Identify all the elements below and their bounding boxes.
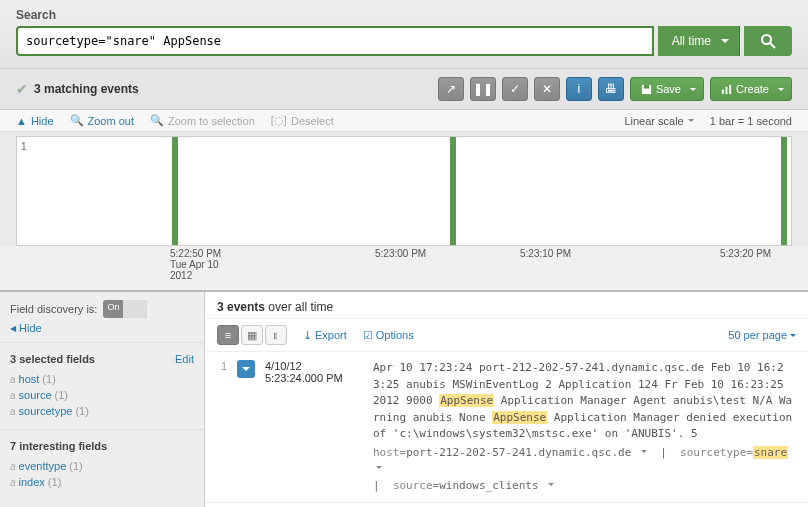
search-icon [760,33,776,49]
zoom-selection-link: 🔍 Zoom to selection [150,114,255,127]
options-link[interactable]: ☑ Options [363,329,414,342]
interesting-fields-head: 7 interesting fields [10,440,107,452]
svg-point-0 [762,35,771,44]
event-row: 1 4/10/12 5:23:24.000 PM Apr 10 17:23:24… [205,352,808,503]
create-button[interactable]: Create [710,77,792,101]
scale-dropdown[interactable]: Linear scale [624,115,693,127]
deselect-link: [◌] Deselect [271,114,334,127]
search-label: Search [16,8,792,22]
field-sourcetype[interactable]: asourcetype (1) [10,403,194,419]
host-dropdown[interactable] [638,446,647,459]
event-raw-text[interactable]: Apr 10 17:23:24 port-212-202-57-241.dyna… [373,360,796,494]
svg-rect-6 [729,84,731,93]
event-expand-button[interactable] [237,360,255,378]
timeline-bar[interactable] [781,137,787,245]
field-eventtype[interactable]: aeventtype (1) [10,458,194,474]
source-dropdown[interactable] [545,479,554,492]
field-discovery-toggle[interactable]: On [103,300,147,318]
matching-events-count: 3 matching events [34,82,139,96]
job-info-button[interactable]: i [566,77,592,101]
y-axis-left: 1 [21,141,27,152]
view-list-button[interactable]: ≡ [217,325,239,345]
timeline-bar[interactable] [450,137,456,245]
per-page-dropdown[interactable]: 50 per page [728,329,796,341]
check-icon: ✔ [16,81,28,97]
svg-rect-4 [722,89,724,94]
view-table-button[interactable]: ▦ [241,325,263,345]
field-discovery-label: Field discovery is: [10,303,97,315]
timeline-hide-link[interactable]: ▲ Hide [16,114,54,127]
search-input[interactable] [16,26,654,56]
save-icon [641,84,652,95]
timeline-chart[interactable]: 1 1 [16,136,792,246]
svg-rect-3 [644,84,650,88]
save-button[interactable]: Save [630,77,704,101]
sourcetype-dropdown[interactable] [373,462,382,475]
field-host[interactable]: ahost (1) [10,371,194,387]
edit-fields-link[interactable]: Edit [175,353,194,365]
job-popout-button[interactable]: ↗ [438,77,464,101]
svg-line-1 [770,43,775,48]
field-source[interactable]: asource (1) [10,387,194,403]
print-button[interactable]: 🖶 [598,77,624,101]
cancel-button[interactable]: ✕ [534,77,560,101]
svg-rect-5 [726,86,728,93]
time-range-dropdown[interactable]: All time [658,26,740,56]
finalize-button[interactable]: ✓ [502,77,528,101]
selected-fields-head: 3 selected fields [10,353,95,365]
view-chart-button[interactable]: ⫾ [265,325,287,345]
timeline-axis: 5:22:50 PM Tue Apr 10 2012 5:23:00 PM 5:… [0,246,808,290]
events-count: 3 events [217,300,265,314]
chart-icon [721,84,732,95]
event-timestamp: 4/10/12 5:23:24.000 PM [265,360,363,494]
sidebar-hide-link[interactable]: Hide [0,322,204,342]
timeline-bar[interactable] [172,137,178,245]
pause-button[interactable]: ❚❚ [470,77,496,101]
event-number: 1 [217,360,227,494]
events-suffix: over all time [265,300,333,314]
bar-resolution-label: 1 bar = 1 second [710,115,792,127]
export-link[interactable]: ⤓ Export [303,329,347,342]
search-button[interactable] [744,26,792,56]
zoom-out-link[interactable]: 🔍 Zoom out [70,114,134,127]
field-index[interactable]: aindex (1) [10,474,194,490]
